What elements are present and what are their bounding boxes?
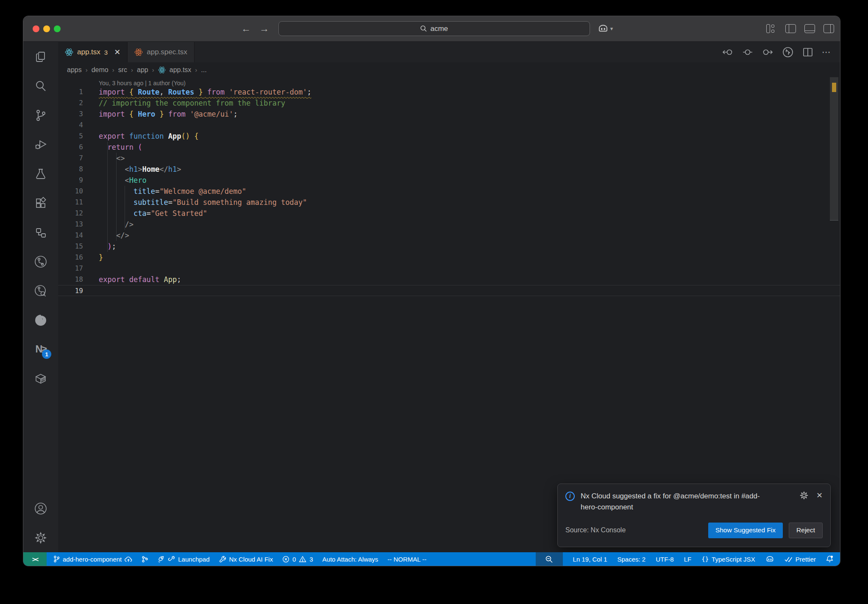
sidebar-item-accounts[interactable] bbox=[23, 494, 58, 523]
breadcrumb-item[interactable]: app.tsx bbox=[170, 66, 192, 74]
sidebar-item-search[interactable] bbox=[23, 71, 58, 101]
customize-layout-icon[interactable] bbox=[766, 24, 777, 33]
tab-problem-badge: 3 bbox=[104, 49, 108, 56]
indentation-status[interactable]: Spaces: 2 bbox=[618, 556, 646, 563]
line-number: 12 bbox=[58, 208, 99, 219]
search-sidebar-icon bbox=[34, 80, 47, 92]
indent-guide bbox=[125, 186, 125, 230]
launchpad-status[interactable]: Launchpad bbox=[158, 556, 209, 563]
zoom-out-status[interactable] bbox=[536, 552, 563, 566]
breadcrumb-item[interactable]: src bbox=[118, 66, 127, 74]
sidebar-item-settings[interactable] bbox=[23, 523, 58, 552]
code-line: 8 <h1>Home</h1> bbox=[58, 164, 840, 175]
code-lines: 1import { Route, Routes } from 'react-ro… bbox=[58, 87, 840, 296]
command-center-search[interactable]: acme bbox=[278, 21, 590, 36]
code-line: 14 </> bbox=[58, 230, 840, 241]
language-mode-status[interactable]: {} TypeScript JSX bbox=[701, 556, 755, 563]
toggle-panel-icon[interactable] bbox=[804, 24, 815, 33]
close-tab-icon[interactable]: ✕ bbox=[114, 48, 120, 57]
tab-label: app.spec.tsx bbox=[147, 48, 187, 56]
double-check-icon bbox=[785, 556, 793, 562]
sidebar-item-project-graph[interactable] bbox=[23, 218, 58, 247]
vscode-window: ← → acme ▾ bbox=[23, 16, 840, 566]
tab-app-tsx[interactable]: app.tsx 3 ✕ bbox=[58, 42, 128, 62]
code-line: 2// importing the component from the lib… bbox=[58, 98, 840, 109]
breadcrumb-item[interactable]: demo bbox=[92, 66, 108, 74]
breadcrumb: apps› demo› src› app› app.tsx› ... bbox=[58, 62, 840, 77]
line-number: 15 bbox=[58, 241, 99, 252]
desktop-background: ← → acme ▾ bbox=[0, 0, 868, 604]
git-graph-status[interactable] bbox=[142, 556, 148, 563]
tab-app-spec-tsx[interactable]: app.spec.tsx bbox=[128, 42, 194, 62]
bell-icon bbox=[826, 555, 833, 563]
sidebar-item-source-control[interactable] bbox=[23, 101, 58, 130]
formatter-status[interactable]: Prettier bbox=[785, 556, 816, 563]
info-icon: i bbox=[565, 492, 575, 501]
scrollbar-thumb[interactable] bbox=[830, 77, 838, 221]
eol-status[interactable]: LF bbox=[684, 556, 692, 563]
vim-mode-status[interactable]: -- NORMAL -- bbox=[387, 556, 426, 563]
breadcrumb-item[interactable]: apps bbox=[67, 66, 82, 74]
reject-button[interactable]: Reject bbox=[789, 523, 823, 538]
copilot-menu-button[interactable]: ▾ bbox=[598, 24, 613, 34]
link-icon bbox=[168, 556, 175, 563]
react-breadcrumb-icon bbox=[158, 66, 166, 74]
sidebar-item-run-debug[interactable] bbox=[23, 130, 58, 159]
notification-close-icon[interactable]: ✕ bbox=[816, 491, 823, 513]
split-editor-icon[interactable] bbox=[803, 48, 813, 57]
sidebar-item-edge-tools[interactable] bbox=[23, 305, 58, 335]
container-box-icon bbox=[34, 372, 47, 386]
editor-area[interactable]: You, 3 hours ago | 1 author (You) 1impor… bbox=[58, 77, 840, 552]
sidebar-item-explorer[interactable] bbox=[23, 42, 58, 71]
react-test-icon bbox=[134, 48, 143, 56]
sidebar-item-testing[interactable] bbox=[23, 159, 58, 188]
close-window-button[interactable] bbox=[33, 25, 39, 32]
nx-badge: 1 bbox=[42, 350, 51, 359]
sidebar-item-git-graph[interactable] bbox=[23, 276, 58, 305]
nav-forward-icon[interactable] bbox=[762, 48, 773, 57]
launchpad-label: Launchpad bbox=[178, 556, 209, 563]
notification-settings-icon[interactable] bbox=[799, 491, 809, 500]
history-nav: ← → bbox=[241, 24, 269, 34]
sidebar-item-nx-console[interactable]: N≥ 1 bbox=[23, 335, 58, 364]
show-suggested-fix-button[interactable]: Show Suggested Fix bbox=[708, 523, 783, 538]
notification-message: Nx Cloud suggested a fix for @acme/demo:… bbox=[581, 491, 776, 513]
breadcrumb-item[interactable]: app bbox=[137, 66, 148, 74]
problems-status[interactable]: 0 3 bbox=[282, 556, 313, 563]
code-line: 5export function App() { bbox=[58, 131, 840, 142]
encoding-status[interactable]: UTF-8 bbox=[656, 556, 674, 563]
breadcrumb-item[interactable]: ... bbox=[201, 66, 206, 74]
nav-circle-icon[interactable] bbox=[742, 48, 753, 57]
sidebar-item-extensions[interactable] bbox=[23, 188, 58, 218]
tab-bar: app.tsx 3 ✕ app.spec.tsx ⋯ bbox=[58, 42, 840, 62]
minimize-window-button[interactable] bbox=[43, 25, 50, 32]
line-number: 16 bbox=[58, 252, 99, 263]
maximize-window-button[interactable] bbox=[54, 25, 61, 32]
git-branch-status[interactable]: add-hero-component bbox=[53, 556, 132, 563]
branch-name: add-hero-component bbox=[63, 556, 122, 563]
commit-graph-icon bbox=[142, 556, 148, 563]
more-actions-icon[interactable]: ⋯ bbox=[822, 47, 832, 57]
run-circle-icon[interactable] bbox=[782, 46, 794, 58]
remote-indicator[interactable]: >< bbox=[23, 552, 47, 566]
nx-cloud-fix-status[interactable]: Nx Cloud AI Fix bbox=[219, 556, 273, 563]
toggle-sidebar-icon[interactable] bbox=[785, 24, 796, 33]
activity-bar: N≥ 1 bbox=[23, 42, 58, 552]
scrollbar[interactable] bbox=[830, 77, 838, 552]
auto-attach-status[interactable]: Auto Attach: Always bbox=[323, 556, 378, 563]
copilot-status[interactable] bbox=[765, 556, 774, 563]
sidebar-item-containers[interactable] bbox=[23, 364, 58, 393]
wrench-icon bbox=[219, 556, 226, 563]
nav-back-icon[interactable] bbox=[722, 48, 733, 57]
back-arrow-icon[interactable]: ← bbox=[241, 24, 251, 34]
code-line: 12 cta="Get Started" bbox=[58, 208, 840, 219]
title-bar: ← → acme ▾ bbox=[23, 16, 840, 42]
code-line: 13 /> bbox=[58, 219, 840, 230]
notifications-status[interactable] bbox=[826, 555, 833, 563]
forward-arrow-icon[interactable]: → bbox=[259, 24, 269, 34]
toggle-secondary-sidebar-icon[interactable] bbox=[823, 24, 834, 33]
sidebar-item-gitlens[interactable] bbox=[23, 247, 58, 276]
line-number: 9 bbox=[58, 175, 99, 186]
edge-swirl-icon bbox=[34, 313, 47, 327]
cursor-position-status[interactable]: Ln 19, Col 1 bbox=[573, 556, 607, 563]
